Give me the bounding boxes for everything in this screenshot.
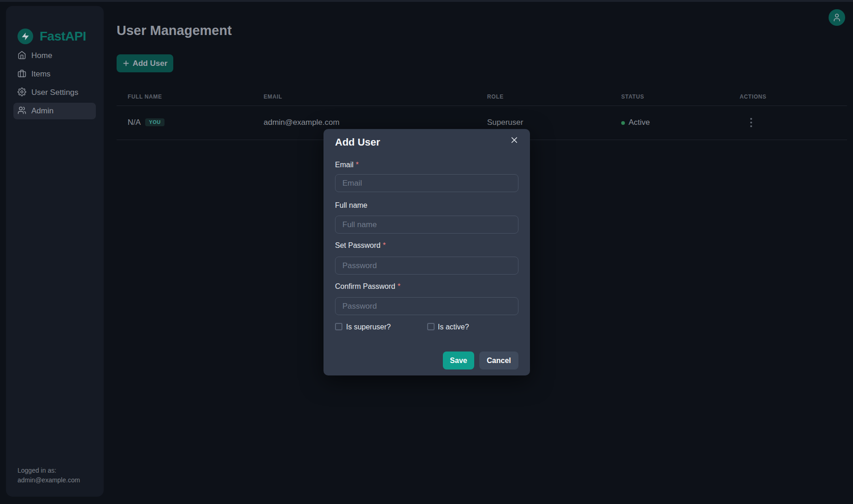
set-password-field[interactable]	[335, 257, 518, 275]
modal-title: Add User	[335, 136, 380, 148]
confirm-password-field-label: Confirm Password*	[335, 282, 400, 291]
cell-email: admin@example.com	[264, 117, 340, 128]
kebab-menu-icon	[750, 117, 753, 128]
column-header-full-name: FULL NAME	[128, 91, 162, 102]
cancel-button[interactable]: Cancel	[479, 352, 518, 369]
sidebar-item-label: User Settings	[31, 88, 78, 97]
plus-icon	[123, 60, 129, 67]
add-user-modal: Add User Email* Full name Set Password* …	[324, 129, 530, 375]
home-icon	[18, 51, 26, 61]
sidebar: FastAPI Home Items User Settings Admin L…	[6, 6, 104, 497]
sidebar-item-user-settings[interactable]: User Settings	[13, 84, 96, 101]
table-header-divider	[117, 105, 847, 106]
sidebar-item-items[interactable]: Items	[13, 66, 96, 82]
is-active-label[interactable]: Is active?	[438, 322, 469, 332]
row-actions-menu-button[interactable]	[745, 115, 758, 130]
add-user-button-label: Add User	[133, 59, 168, 68]
required-asterisk: *	[356, 161, 359, 169]
logged-in-as-label: Logged in as:	[18, 466, 80, 475]
set-password-field-label: Set Password*	[335, 241, 386, 250]
logged-in-email: admin@example.com	[18, 475, 80, 485]
sidebar-item-label: Items	[31, 70, 51, 79]
email-field-label: Email*	[335, 160, 359, 170]
email-field[interactable]	[335, 174, 518, 192]
top-window-strip	[0, 0, 853, 2]
required-asterisk: *	[398, 282, 400, 290]
cell-full-name: N/AYOU	[128, 117, 165, 128]
is-superuser-checkbox[interactable]	[335, 323, 342, 330]
briefcase-icon	[18, 69, 26, 80]
sidebar-item-label: Home	[31, 51, 52, 60]
status-active-dot	[621, 121, 625, 125]
full-name-field[interactable]	[335, 216, 518, 234]
save-button[interactable]: Save	[443, 352, 474, 369]
fastapi-logo-icon	[18, 29, 33, 44]
users-icon	[18, 106, 26, 117]
page-title: User Management	[117, 23, 232, 38]
modal-close-button[interactable]	[507, 133, 522, 147]
user-avatar-button[interactable]	[829, 9, 845, 26]
gear-icon	[18, 88, 26, 98]
add-user-button[interactable]: Add User	[117, 54, 173, 72]
is-superuser-label[interactable]: Is superuser?	[346, 322, 391, 332]
column-header-role: ROLE	[487, 91, 504, 102]
is-active-checkbox[interactable]	[427, 323, 435, 330]
you-badge: YOU	[145, 118, 164, 126]
sidebar-item-home[interactable]: Home	[13, 47, 96, 64]
cell-role: Superuser	[487, 117, 523, 128]
brand-name: FastAPI	[40, 29, 86, 44]
brand-logo: FastAPI	[18, 26, 86, 47]
close-icon	[510, 136, 518, 144]
full-name-field-label: Full name	[335, 201, 367, 210]
confirm-password-field[interactable]	[335, 297, 518, 315]
column-header-actions: ACTIONS	[740, 91, 766, 102]
sidebar-item-admin[interactable]: Admin	[13, 103, 96, 119]
sidebar-footer: Logged in as: admin@example.com	[18, 466, 80, 485]
sidebar-item-label: Admin	[31, 106, 53, 116]
status-value: Active	[629, 118, 650, 127]
user-icon	[832, 13, 841, 22]
full-name-value: N/A	[128, 118, 141, 127]
cell-status: Active	[621, 117, 650, 128]
required-asterisk: *	[383, 241, 386, 249]
column-header-status: STATUS	[621, 91, 644, 102]
column-header-email: EMAIL	[264, 91, 282, 102]
